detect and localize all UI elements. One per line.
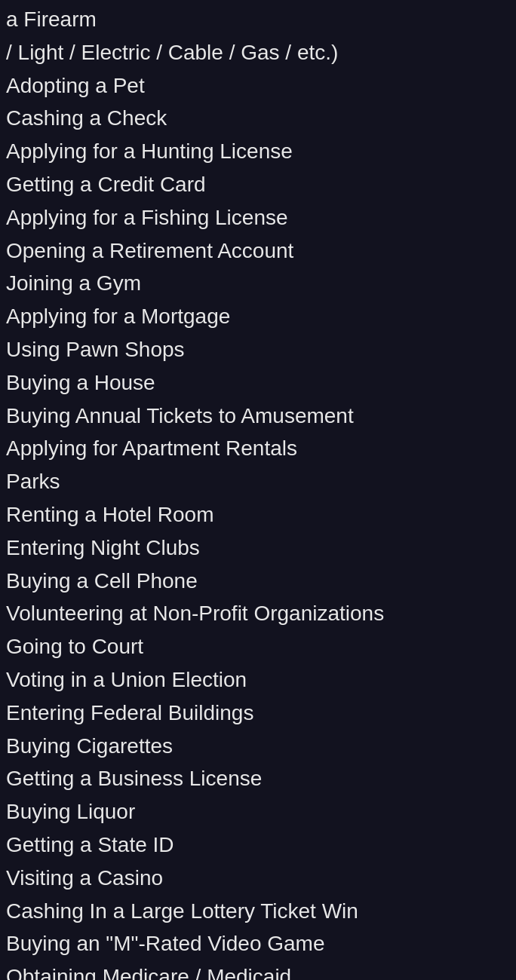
list-item: Buying an "M"-Rated Video Game xyxy=(6,927,510,960)
list-item: Applying for Apartment Rentals xyxy=(6,432,510,465)
list-item: Applying for a Mortgage xyxy=(6,300,510,333)
list-item: / Light / Electric / Cable / Gas / etc.) xyxy=(6,36,510,69)
list-item: Going to Court xyxy=(6,630,510,663)
list-item: Getting a Business License xyxy=(6,762,510,795)
list-item: Getting a Credit Card xyxy=(6,168,510,201)
list-item: Cashing a Check xyxy=(6,102,510,135)
list-item: Obtaining Medicare / Medicaid xyxy=(6,960,510,980)
list-item: Buying a House xyxy=(6,366,510,400)
list-item: Renting a Hotel Room xyxy=(6,498,510,531)
list-item: Parks xyxy=(6,465,510,498)
list-item: Buying Liquor xyxy=(6,795,510,828)
list-item: Entering Night Clubs xyxy=(6,531,510,565)
list-item: a Firearm xyxy=(6,3,510,36)
list-item: Using Pawn Shops xyxy=(6,333,510,366)
list-item: Cashing In a Large Lottery Ticket Win xyxy=(6,895,510,928)
list-item: Applying for a Hunting License xyxy=(6,135,510,168)
list-item: Buying a Cell Phone xyxy=(6,565,510,598)
list-item: Opening a Retirement Account xyxy=(6,234,510,268)
list-item: Buying Cigarettes xyxy=(6,730,510,763)
list-item: Applying for a Fishing License xyxy=(6,201,510,234)
list-item: Buying Annual Tickets to Amusement xyxy=(6,400,510,433)
items-list: a Firearm/ Light / Electric / Cable / Ga… xyxy=(6,0,510,980)
list-item: Entering Federal Buildings xyxy=(6,697,510,730)
list-item: Voting in a Union Election xyxy=(6,663,510,697)
list-item: Volunteering at Non-Profit Organizations xyxy=(6,597,510,630)
list-item: Getting a State ID xyxy=(6,828,510,862)
list-item: Joining a Gym xyxy=(6,267,510,300)
list-item: Adopting a Pet xyxy=(6,69,510,103)
list-item: Visiting a Casino xyxy=(6,862,510,895)
